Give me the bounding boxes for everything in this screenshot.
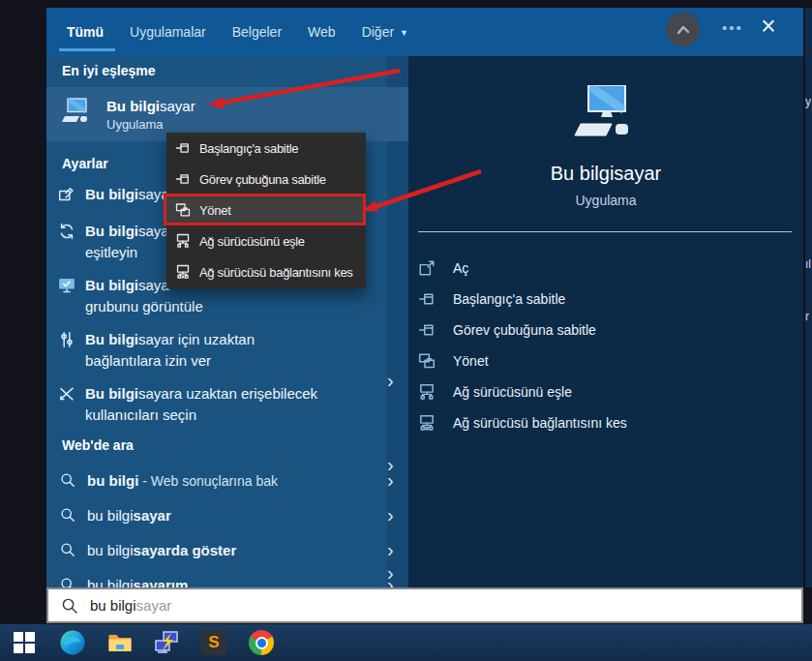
action-disconnect-network-drive[interactable]: Ağ sürücüsü bağlantısını kes <box>408 407 803 438</box>
menu-item-disconnect-network-drive[interactable]: Ağ sürücüsü bağlantısını kes <box>166 256 366 287</box>
pin-icon <box>418 290 436 308</box>
tab-tumu[interactable]: Tümü <box>67 24 104 40</box>
screen-edge-sliver: y ıl r <box>805 8 812 587</box>
chevron-right-icon: › <box>387 470 394 490</box>
best-match-subtitle: Uygulama <box>106 117 195 132</box>
action-open[interactable]: Aç <box>408 253 803 284</box>
tab-web[interactable]: Web <box>308 24 336 40</box>
search-icon <box>60 542 75 557</box>
web-suggestion-row[interactable]: bu bilgisayarda göster › <box>46 533 408 566</box>
taskbar-sublime-text-icon[interactable]: S <box>201 630 226 655</box>
pin-icon <box>418 321 436 339</box>
search-web-header: Web'de ara <box>62 437 134 453</box>
close-icon[interactable]: × <box>761 14 776 40</box>
menu-item-map-network-drive[interactable]: Ağ sürücüsünü eşle <box>166 225 366 256</box>
best-match-title: Bu bilgisayar <box>106 98 195 114</box>
taskbar-remote-desktop-icon[interactable] <box>154 630 179 655</box>
chevron-right-icon: › <box>387 540 394 559</box>
settings-item-remote-connections[interactable]: Bu bilgisayar için uzaktan bağlantılara … <box>46 329 408 372</box>
search-icon <box>60 507 75 523</box>
action-map-network-drive[interactable]: Ağ sürücüsünü eşle <box>408 376 803 407</box>
sublime-letter: S <box>208 633 219 652</box>
tab-belgeler[interactable]: Belgeler <box>232 24 282 40</box>
monitor-check-icon <box>58 277 75 294</box>
search-icon <box>61 597 78 615</box>
action-pin-start[interactable]: Başlangıç'a sabitle <box>408 284 803 315</box>
remote-users-icon <box>58 385 75 403</box>
taskbar-file-explorer-icon[interactable] <box>107 630 133 655</box>
computer-icon <box>60 98 93 131</box>
web-suggestion-row[interactable]: bu bilgisayar › <box>46 498 408 531</box>
edge-fragment: r <box>805 310 809 323</box>
computer-icon <box>569 85 643 151</box>
chevron-right-icon: › <box>387 505 394 525</box>
map-network-drive-icon <box>175 233 191 249</box>
search-input[interactable]: bu bilgisayar <box>46 587 803 623</box>
pin-icon <box>175 140 191 156</box>
edge-fragment: ıl <box>805 257 811 271</box>
settings-item-remote-users[interactable]: Bu bilgisayara uzaktan erişebilecek kull… <box>46 383 408 426</box>
edge-fragment: y <box>805 95 811 108</box>
pin-icon <box>175 171 191 187</box>
action-manage[interactable]: Yönet <box>408 346 803 376</box>
sync-icon <box>58 223 75 240</box>
active-tab-underline <box>59 48 115 51</box>
start-button[interactable] <box>12 630 37 655</box>
chrome-logo-icon <box>249 630 274 655</box>
settings-header: Ayarlar <box>62 156 108 171</box>
sliders-icon <box>58 331 75 348</box>
rename-icon <box>58 186 75 203</box>
overlay-app-logo-icon[interactable] <box>666 13 700 46</box>
preview-subtitle: Uygulama <box>408 193 803 208</box>
divider <box>418 231 792 232</box>
best-match-header: En iyi eşleşme <box>62 63 156 78</box>
preview-title: Bu bilgisayar <box>408 163 803 185</box>
manage-icon <box>418 352 436 370</box>
search-icon <box>60 472 75 488</box>
web-suggestion-row[interactable]: bu bilgi - Web sonuçlarına bak › <box>46 464 408 496</box>
tab-diger[interactable]: Diğer▼ <box>362 24 408 40</box>
taskbar-chrome-icon[interactable] <box>249 630 274 655</box>
action-pin-taskbar[interactable]: Görev çubuğuna sabitle <box>408 315 803 346</box>
map-network-drive-icon <box>418 383 436 401</box>
search-typed-text: bu bilgi <box>90 597 136 614</box>
windows-logo-icon <box>14 632 35 653</box>
chevron-down-icon: ▼ <box>400 28 408 38</box>
search-suggestion-text: sayar <box>136 597 172 614</box>
disconnect-network-drive-icon <box>175 264 191 280</box>
menu-item-pin-taskbar[interactable]: Görev çubuğuna sabitle <box>166 164 366 195</box>
taskbar-edge-icon[interactable] <box>60 630 85 655</box>
tab-uygulamalar[interactable]: Uygulamalar <box>130 24 206 40</box>
disconnect-network-drive-icon <box>418 414 436 432</box>
more-options-icon[interactable]: ••• <box>722 19 743 36</box>
open-icon <box>418 259 436 277</box>
annotation-red-box <box>164 194 366 225</box>
menu-item-pin-start[interactable]: Başlangıç'a sabitle <box>166 133 366 164</box>
